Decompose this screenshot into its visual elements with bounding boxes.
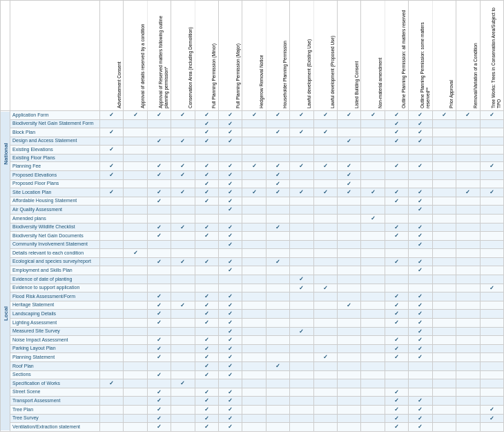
checkmark: ✓	[157, 163, 162, 169]
data-cell	[242, 284, 266, 292]
data-cell	[361, 162, 385, 171]
checkmark: ✓	[204, 163, 209, 169]
checkmark: ✓	[157, 189, 162, 195]
checkmark: ✓	[157, 310, 162, 317]
checkmark: ✓	[323, 129, 328, 135]
data-cell	[361, 405, 385, 414]
data-cell	[100, 257, 124, 266]
data-cell	[147, 146, 171, 155]
data-cell	[361, 344, 385, 353]
data-cell	[266, 154, 289, 161]
checkmark: ✓	[228, 129, 233, 135]
checkmark: ✓	[133, 112, 138, 118]
data-cell: ✓	[290, 111, 313, 120]
checkmark: ✓	[418, 112, 423, 118]
data-cell	[361, 319, 385, 328]
data-cell	[290, 405, 313, 414]
data-cell	[456, 310, 480, 319]
data-cell	[361, 223, 385, 232]
data-cell	[290, 301, 313, 310]
checkmark: ✓	[394, 189, 399, 195]
col-header-6: Hedgerow Removal Notice	[242, 1, 266, 111]
data-cell	[432, 154, 456, 161]
data-cell	[290, 336, 313, 345]
data-cell: ✓	[290, 128, 313, 137]
row-label: Tree Survey	[10, 414, 100, 423]
data-cell	[100, 319, 124, 328]
data-cell	[361, 327, 385, 336]
data-cell	[124, 344, 147, 353]
data-cell	[432, 249, 456, 258]
data-cell: ✓	[219, 310, 242, 319]
section-label-national: National	[1, 111, 10, 197]
row-label: Sections	[10, 370, 100, 379]
table-row: Specification of Works✓✓	[1, 379, 504, 388]
checkmark: ✓	[228, 241, 233, 248]
data-cell	[100, 353, 124, 362]
data-cell	[124, 206, 147, 215]
data-cell	[290, 370, 313, 379]
data-cell: ✓	[385, 292, 408, 301]
table-row: Planning Statement✓✓✓✓✓✓	[1, 353, 504, 362]
data-cell: ✓	[219, 266, 242, 275]
data-cell: ✓	[147, 336, 171, 345]
row-label: Site Location Plan	[10, 188, 100, 197]
data-cell: ✓	[242, 188, 266, 197]
data-cell	[313, 275, 337, 284]
data-cell: ✓	[195, 353, 218, 362]
data-cell	[266, 137, 289, 146]
data-cell	[242, 423, 266, 432]
data-cell	[313, 397, 337, 406]
data-cell	[171, 206, 195, 215]
data-cell	[100, 301, 124, 310]
data-cell	[266, 292, 289, 301]
data-cell	[171, 370, 195, 379]
data-cell: ✓	[361, 214, 385, 223]
checkmark: ✓	[228, 224, 233, 230]
data-cell	[124, 137, 147, 146]
checkmark: ✓	[204, 129, 209, 135]
data-cell: ✓	[313, 353, 337, 362]
data-cell	[266, 379, 289, 388]
data-cell	[124, 414, 147, 423]
data-cell	[100, 370, 124, 379]
table-row: NationalApplication Form✓✓✓✓✓✓✓✓✓✓✓✓✓✓✓✓…	[1, 111, 504, 120]
data-cell: ✓	[219, 353, 242, 362]
data-cell: ✓	[171, 188, 195, 197]
data-cell	[124, 162, 147, 171]
data-cell: ✓	[385, 414, 408, 423]
checkmark: ✓	[180, 112, 185, 118]
data-cell	[432, 275, 456, 284]
table-row: Parking Layout Plan✓✓✓✓✓	[1, 344, 504, 353]
data-cell	[313, 240, 337, 249]
data-cell: ✓	[242, 111, 266, 120]
checkmark: ✓	[228, 259, 233, 265]
data-cell: ✓	[219, 170, 242, 179]
data-cell: ✓	[266, 111, 289, 120]
checkmark: ✓	[394, 293, 399, 299]
checkmark: ✓	[157, 319, 162, 326]
data-cell: ✓	[266, 188, 289, 197]
main-table-container: Advertisement Consent Approval of detail…	[0, 0, 504, 432]
checkmark: ✓	[323, 285, 328, 291]
data-cell	[361, 170, 385, 179]
checkmark: ✓	[157, 224, 162, 230]
data-cell	[385, 146, 408, 155]
data-cell	[100, 388, 124, 397]
data-cell	[456, 301, 480, 310]
checkmark: ✓	[347, 189, 351, 195]
data-cell: ✓	[313, 284, 337, 292]
data-cell	[100, 344, 124, 353]
data-cell	[147, 206, 171, 215]
data-cell	[361, 249, 385, 258]
data-cell	[338, 206, 361, 215]
row-label: Biodiversity Net Gain Documents	[10, 232, 100, 241]
data-cell	[100, 327, 124, 336]
data-cell: ✓	[313, 162, 337, 171]
data-cell: ✓	[147, 344, 171, 353]
data-cell	[456, 327, 480, 336]
data-cell: ✓	[409, 353, 432, 362]
data-cell	[456, 284, 480, 292]
checkmark: ✓	[418, 163, 423, 169]
data-cell: ✓	[219, 405, 242, 414]
